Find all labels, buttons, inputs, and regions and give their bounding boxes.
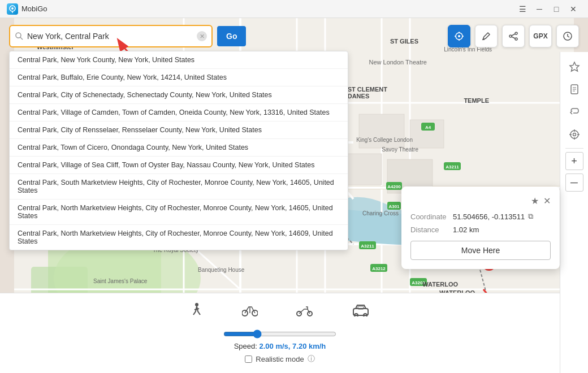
svg-point-70 — [509, 35, 512, 37]
svg-rect-24 — [359, 114, 404, 148]
car-icon — [352, 304, 370, 316]
walk-mode-button[interactable] — [188, 300, 206, 324]
search-clear-button[interactable]: ✕ — [197, 31, 207, 41]
search-result-5[interactable]: Central Park, Town of Cicero, Onondaga C… — [10, 139, 348, 157]
zoom-out-button[interactable]: ─ — [565, 174, 583, 192]
coordinate-label: Coordinate — [410, 212, 453, 221]
svg-point-76 — [195, 303, 198, 306]
realistic-mode-row: Realistic mode ⓘ — [11, 354, 548, 364]
teleport-mode-button[interactable] — [448, 25, 470, 47]
speed-prefix: Speed: — [234, 342, 257, 350]
window-controls: ☰ ─ □ ✕ — [514, 2, 581, 16]
close-button[interactable]: ✕ — [565, 2, 581, 16]
right-sidebar: + ─ — [560, 52, 588, 373]
realistic-mode-checkbox[interactable] — [245, 355, 252, 363]
undo-icon — [569, 106, 580, 118]
crosshair-icon — [453, 31, 465, 42]
svg-text:A3211: A3211 — [446, 164, 459, 170]
svg-text:A3212: A3212 — [372, 266, 386, 271]
bike-icon — [242, 303, 258, 317]
svg-text:A3200: A3200 — [412, 280, 425, 285]
popup-close-button[interactable]: ✕ — [543, 196, 551, 206]
move-here-button[interactable]: Move Here — [410, 241, 551, 260]
svg-point-91 — [573, 133, 576, 136]
svg-text:A3211: A3211 — [361, 244, 374, 249]
speed-slider-row — [11, 329, 548, 339]
bottom-panel: Speed: 2.00 m/s, 7.20 km/h Realistic mod… — [0, 293, 560, 373]
realistic-mode-label: Realistic mode — [256, 355, 304, 363]
menu-button[interactable]: ☰ — [514, 2, 530, 16]
distance-label: Distance — [410, 225, 453, 234]
svg-point-63 — [458, 35, 460, 37]
distance-value: 1.02 km — [453, 225, 479, 234]
distance-row: Distance 1.02 km — [410, 225, 551, 234]
popup-star-button[interactable]: ★ — [531, 196, 539, 206]
coordinate-row: Coordinate 51.504656, -0.113511 ⧉ — [410, 212, 551, 221]
walk-icon — [190, 302, 204, 318]
search-result-2[interactable]: Central Park, City of Schenectady, Schen… — [10, 86, 348, 104]
sidebar-location-button[interactable] — [564, 124, 585, 145]
search-result-6[interactable]: Central Park, Village of Sea Cliff, Town… — [10, 157, 348, 174]
app-title: MobiGo — [21, 5, 47, 13]
transport-mode-selector — [11, 300, 548, 324]
star-icon — [569, 61, 580, 72]
realistic-mode-info-icon[interactable]: ⓘ — [308, 354, 315, 364]
search-box[interactable]: New York, Central Park ✕ — [9, 25, 213, 47]
search-result-3[interactable]: Central Park, Village of Camden, Town of… — [10, 104, 348, 122]
app-icon — [7, 3, 18, 15]
share-button[interactable] — [502, 25, 525, 47]
scooter-mode-button[interactable] — [294, 300, 315, 324]
toolbar: New York, Central Park ✕ Go — [9, 25, 579, 47]
svg-point-69 — [515, 32, 517, 34]
search-input[interactable]: New York, Central Park — [27, 32, 193, 41]
search-result-1[interactable]: Central Park, Buffalo, Erie County, New … — [10, 69, 348, 86]
speed-slider[interactable] — [223, 329, 336, 339]
go-button[interactable]: Go — [217, 26, 246, 46]
svg-point-1 — [11, 7, 14, 10]
sidebar-undo-button[interactable] — [564, 102, 585, 122]
coordinate-popup: ★ ✕ Coordinate 51.504656, -0.113511 ⧉ Di… — [401, 186, 560, 269]
app-logo: MobiGo — [7, 3, 47, 15]
sidebar-star-button[interactable] — [564, 57, 585, 77]
main-content: A4200 A4 A3211 A301 A301 A3211 A3212 A32… — [0, 18, 588, 373]
search-result-7[interactable]: Central Park, South Marketview Heights, … — [10, 174, 348, 199]
route-mode-button[interactable] — [475, 25, 498, 47]
coordinate-value: 51.504656, -0.113511 — [453, 212, 525, 221]
search-dropdown: Central Park, New York County, New York,… — [9, 51, 348, 250]
car-mode-button[interactable] — [349, 300, 372, 324]
minimize-button[interactable]: ─ — [531, 2, 547, 16]
titlebar: MobiGo ☰ ─ □ ✕ — [0, 0, 588, 18]
share-icon — [508, 31, 518, 41]
location-icon — [569, 129, 580, 140]
svg-line-61 — [20, 37, 23, 40]
speed-display: Speed: 2.00 m/s, 7.20 km/h — [11, 342, 548, 350]
search-icon — [15, 32, 24, 41]
search-result-0[interactable]: Central Park, New York County, New York,… — [10, 51, 348, 69]
svg-text:A301: A301 — [388, 204, 400, 209]
svg-line-73 — [512, 37, 515, 38]
svg-text:A4200: A4200 — [387, 184, 401, 189]
history-button[interactable] — [556, 25, 579, 47]
speed-value: 2.00 m/s, 7.20 km/h — [260, 342, 326, 350]
svg-point-60 — [16, 33, 21, 38]
sidebar-bookmark-button[interactable] — [564, 79, 585, 99]
popup-header: ★ ✕ — [410, 196, 551, 206]
history-icon — [563, 31, 573, 41]
search-result-8[interactable]: Central Park, North Marketview Heights, … — [10, 199, 348, 225]
scooter-icon — [296, 303, 313, 317]
zoom-in-button[interactable]: + — [565, 152, 583, 170]
gpx-button[interactable]: GPX — [529, 25, 552, 47]
svg-point-71 — [515, 38, 517, 40]
bike-mode-button[interactable] — [240, 300, 260, 324]
search-result-9[interactable]: Central Park, North Marketview Heights, … — [10, 225, 348, 250]
copy-coordinate-button[interactable]: ⧉ — [528, 212, 533, 221]
bookmark-icon — [569, 84, 580, 95]
pen-icon — [481, 31, 491, 41]
svg-marker-85 — [570, 62, 579, 71]
maximize-button[interactable]: □ — [548, 2, 564, 16]
svg-text:A4: A4 — [425, 125, 431, 130]
svg-line-72 — [512, 34, 515, 36]
sidebar-divider — [565, 148, 583, 149]
svg-point-90 — [570, 131, 578, 138]
search-result-4[interactable]: Central Park, City of Rensselaer, Rensse… — [10, 122, 348, 139]
